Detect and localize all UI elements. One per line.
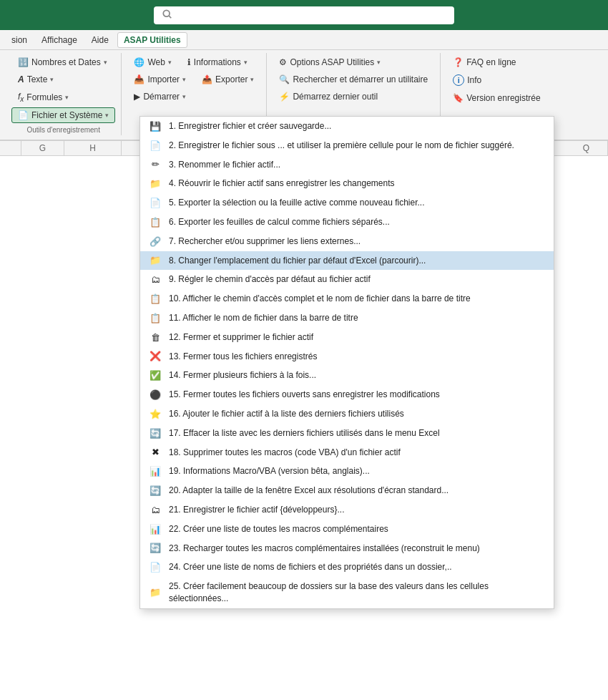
dropdown-menu: 💾1. Enregistrer fichier et créer sauvega… (139, 116, 554, 156)
group-label-enregistrement: Outils d'enregistrement (11, 126, 115, 134)
btn-info[interactable]: i Info (446, 72, 488, 89)
last-tool-icon: ⚡ (279, 92, 290, 102)
dropdown-item-3[interactable]: ✏3. Renommer le fichier actif... (140, 155, 554, 157)
menu-item-sion[interactable]: sion (6, 33, 33, 47)
caret-icon: ▾ (104, 59, 107, 66)
search-util-icon: 🔍 (279, 74, 290, 84)
btn-importer[interactable]: 📥 Importer ▾ (127, 72, 192, 87)
ribbon-row-search-util: 🔍 Rechercher et démarrer un utilitaire (273, 72, 434, 87)
caret-start: ▾ (182, 93, 186, 100)
ribbon-row-version: 🔖 Version enregistrée (446, 90, 546, 106)
search-bar (0, 0, 608, 30)
menu-item-aide[interactable]: Aide (86, 33, 114, 47)
search-icon (162, 9, 172, 21)
caret-export: ▾ (250, 76, 254, 83)
caret-web: ▾ (168, 59, 172, 66)
btn-exporter[interactable]: 📤 Exporter ▾ (195, 72, 260, 87)
caret-import: ▾ (182, 76, 186, 83)
ribbon-row-3: fx Formules ▾ (11, 89, 75, 106)
menu-bar: sion Affichage Aide ASAP Utilities (0, 30, 608, 50)
ribbon-row-import: 📥 Importer ▾ 📤 Exporter ▾ (127, 72, 260, 87)
ribbon-row-info: i Info (446, 72, 488, 89)
ribbon-row-2: A Texte ▾ (11, 72, 60, 87)
item-icon-2: 📄 (149, 140, 162, 151)
ribbon-row-demarrer: ▶ Démarrer ▾ (127, 89, 192, 104)
btn-version[interactable]: 🔖 Version enregistrée (446, 90, 546, 106)
ribbon-row-web: 🌐 Web ▾ ℹ Informations ▾ (127, 54, 254, 70)
ribbon-row-4: 📄 Fichier et Système ▾ (11, 107, 115, 123)
btn-formules[interactable]: fx Formules ▾ (11, 89, 75, 106)
numbers-icon: 🔢 (18, 57, 29, 67)
version-icon: 🔖 (453, 93, 464, 103)
faq-icon: ❓ (453, 57, 464, 67)
ribbon-group-enregistrement: 🔢 Nombres et Dates ▾ A Texte ▾ fx Formul… (6, 53, 122, 135)
col-header-g: G (21, 141, 64, 155)
col-header-h: H (64, 141, 122, 155)
btn-options[interactable]: ⚙ Options ASAP Utilities ▾ (273, 54, 387, 70)
btn-fichier-systeme[interactable]: 📄 Fichier et Système ▾ (11, 107, 115, 123)
import-icon: 📥 (134, 74, 144, 84)
item-text-2: 2. Enregistrer le fichier sous ... et ut… (169, 140, 545, 152)
search-input[interactable] (178, 10, 446, 21)
btn-web[interactable]: 🌐 Web ▾ (127, 54, 177, 70)
ribbon-row-1: 🔢 Nombres et Dates ▾ (11, 54, 114, 70)
info-small-icon: ℹ (187, 57, 191, 67)
dropdown-item-2[interactable]: 📄2. Enregistrer le fichier sous ... et u… (140, 136, 554, 155)
btn-dernier-outil[interactable]: ⚡ Démarrez dernier outil (273, 89, 384, 104)
btn-faq[interactable]: ❓ FAQ en ligne (446, 54, 522, 70)
caret-icon3: ▾ (65, 94, 69, 101)
btn-texte[interactable]: A Texte ▾ (11, 72, 60, 87)
caret-options: ▾ (377, 59, 381, 66)
menu-item-affichage[interactable]: Affichage (36, 33, 83, 47)
export-icon: 📤 (202, 74, 212, 84)
col-header-q: Q (565, 141, 608, 155)
caret-icon2: ▾ (50, 76, 54, 83)
web-icon: 🌐 (134, 57, 144, 67)
ribbon-row-faq: ❓ FAQ en ligne (446, 54, 522, 70)
caret-info: ▾ (244, 59, 247, 66)
formula-icon: fx (18, 92, 24, 103)
start-icon: ▶ (134, 92, 140, 102)
info-icon: i (453, 74, 464, 86)
btn-rechercher-util[interactable]: 🔍 Rechercher et démarrer un utilitaire (273, 72, 434, 87)
file-icon: 📄 (18, 110, 29, 120)
item-icon-1: 💾 (149, 121, 162, 132)
dropdown-item-1[interactable]: 💾1. Enregistrer fichier et créer sauvega… (140, 117, 554, 136)
btn-demarrer[interactable]: ▶ Démarrer ▾ (127, 89, 192, 104)
text-icon: A (18, 74, 24, 84)
options-icon: ⚙ (279, 57, 287, 67)
btn-informations[interactable]: ℹ Informations ▾ (181, 54, 254, 70)
search-wrapper (154, 6, 454, 24)
svg-line-1 (169, 16, 171, 18)
item-text-1: 1. Enregistrer fichier et créer sauvegar… (169, 120, 545, 132)
caret-icon4: ▾ (105, 112, 109, 119)
btn-nombres-dates[interactable]: 🔢 Nombres et Dates ▾ (11, 54, 114, 70)
menu-item-asap[interactable]: ASAP Utilities (117, 32, 187, 48)
row-number-header (0, 141, 21, 155)
ribbon-row-options: ⚙ Options ASAP Utilities ▾ (273, 54, 387, 70)
svg-point-0 (163, 10, 170, 16)
ribbon-row-dernier: ⚡ Démarrez dernier outil (273, 89, 384, 104)
